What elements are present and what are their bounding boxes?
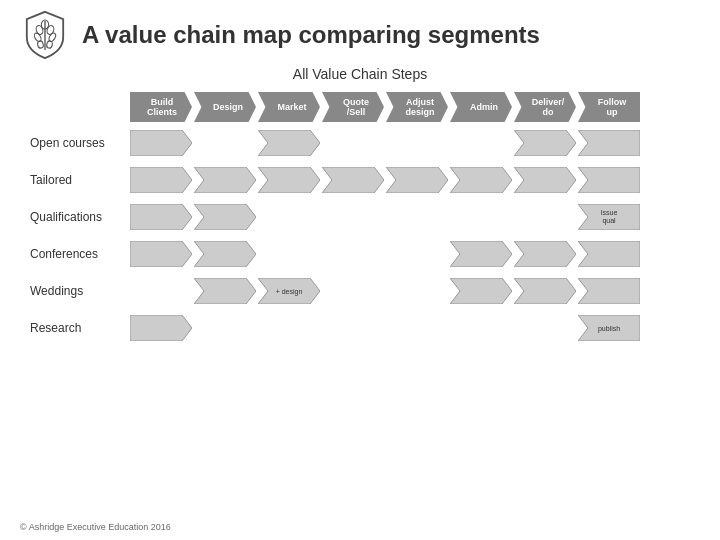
q-arrow-4-empty xyxy=(386,204,448,230)
t-arrow-1 xyxy=(194,167,256,193)
c-arrow-4-empty xyxy=(386,241,448,267)
c-arrow-1 xyxy=(194,241,256,267)
r-arrow-3-empty xyxy=(322,315,384,341)
r-arrow-1-empty xyxy=(194,315,256,341)
q-arrow-7-container: Issuequal xyxy=(578,204,640,230)
svg-marker-24 xyxy=(194,241,256,267)
logo-icon xyxy=(20,10,70,60)
label-research: Research xyxy=(30,321,130,335)
label-conferences: Conferences xyxy=(30,247,130,261)
svg-marker-26 xyxy=(514,241,576,267)
t-arrow-2 xyxy=(258,167,320,193)
column-headers: BuildClients Design Market Quote/Sell Ad… xyxy=(130,92,700,122)
svg-marker-10 xyxy=(514,130,576,156)
svg-marker-25 xyxy=(450,241,512,267)
w-arrow-4-empty xyxy=(386,278,448,304)
arrow-2 xyxy=(258,130,320,156)
svg-marker-9 xyxy=(258,130,320,156)
c-arrow-5 xyxy=(450,241,512,267)
arrow-7 xyxy=(578,130,640,156)
t-arrow-7 xyxy=(578,167,640,193)
footer-text: © Ashridge Executive Education 2016 xyxy=(20,522,171,532)
label-tailored: Tailored xyxy=(30,173,130,187)
t-arrow-3 xyxy=(322,167,384,193)
arrows-research: publish xyxy=(130,315,700,341)
q-arrow-6-empty xyxy=(514,204,576,230)
c-arrow-7 xyxy=(578,241,640,267)
r-arrow-6-empty xyxy=(514,315,576,341)
svg-marker-17 xyxy=(450,167,512,193)
svg-point-2 xyxy=(35,25,44,36)
row-conferences: Conferences xyxy=(30,237,700,271)
c-arrow-2-empty xyxy=(258,241,320,267)
svg-marker-28 xyxy=(194,278,256,304)
q-arrow-2-empty xyxy=(258,204,320,230)
svg-marker-20 xyxy=(130,204,192,230)
wedding-design-label: + design xyxy=(276,288,303,295)
col-header-5: Admin xyxy=(450,92,512,122)
svg-marker-33 xyxy=(130,315,192,341)
page-subtitle: All Value Chain Steps xyxy=(20,66,700,82)
t-arrow-0 xyxy=(130,167,192,193)
w-arrow-3-empty xyxy=(322,278,384,304)
q-arrow-5-empty xyxy=(450,204,512,230)
label-weddings: Weddings xyxy=(30,284,130,298)
q-arrow-0 xyxy=(130,204,192,230)
col-header-7: Followup xyxy=(578,92,640,122)
svg-marker-16 xyxy=(386,167,448,193)
row-tailored: Tailored xyxy=(30,163,700,197)
svg-point-7 xyxy=(46,40,53,48)
w-arrow-2-container: + design xyxy=(258,278,320,304)
arrows-qualifications: Issuequal xyxy=(130,204,700,230)
w-arrow-5 xyxy=(450,278,512,304)
col-header-6: Deliver/do xyxy=(514,92,576,122)
t-arrow-4 xyxy=(386,167,448,193)
arrows-tailored xyxy=(130,167,700,193)
c-arrow-3-empty xyxy=(322,241,384,267)
row-weddings: Weddings + design xyxy=(30,274,700,308)
svg-marker-27 xyxy=(578,241,640,267)
arrows-conferences xyxy=(130,241,700,267)
r-arrow-5-empty xyxy=(450,315,512,341)
research-publish-label: publish xyxy=(598,325,620,332)
w-arrow-0-empty xyxy=(130,278,192,304)
w-arrow-6 xyxy=(514,278,576,304)
qual-label: Issuequal xyxy=(601,209,618,224)
arrow-1-empty xyxy=(194,130,256,156)
svg-point-6 xyxy=(37,40,44,48)
row-qualifications: Qualifications Iss xyxy=(30,200,700,234)
label-qualifications: Qualifications xyxy=(30,210,130,224)
c-arrow-6 xyxy=(514,241,576,267)
col-header-3: Quote/Sell xyxy=(322,92,384,122)
svg-marker-23 xyxy=(130,241,192,267)
arrows-weddings: + design xyxy=(130,278,700,304)
col-header-1: Design xyxy=(194,92,256,122)
svg-marker-21 xyxy=(194,204,256,230)
arrow-0 xyxy=(130,130,192,156)
arrow-4-empty xyxy=(386,130,448,156)
value-chain-container: BuildClients Design Market Quote/Sell Ad… xyxy=(30,92,700,345)
svg-marker-31 xyxy=(514,278,576,304)
arrow-6 xyxy=(514,130,576,156)
t-arrow-6 xyxy=(514,167,576,193)
svg-marker-12 xyxy=(130,167,192,193)
r-arrow-2-empty xyxy=(258,315,320,341)
page-header: A value chain map comparing segments xyxy=(20,10,700,60)
arrow-5-empty xyxy=(450,130,512,156)
row-research: Research publish xyxy=(30,311,700,345)
col-header-2: Market xyxy=(258,92,320,122)
label-open-courses: Open courses xyxy=(30,136,130,150)
r-arrow-0 xyxy=(130,315,192,341)
q-arrow-3-empty xyxy=(322,204,384,230)
page-title: A value chain map comparing segments xyxy=(82,21,540,49)
r-arrow-7-container: publish xyxy=(578,315,640,341)
svg-marker-19 xyxy=(578,167,640,193)
page: A value chain map comparing segments All… xyxy=(0,0,720,540)
row-open-courses: Open courses xyxy=(30,126,700,160)
svg-marker-32 xyxy=(578,278,640,304)
svg-marker-8 xyxy=(130,130,192,156)
svg-marker-30 xyxy=(450,278,512,304)
svg-marker-11 xyxy=(578,130,640,156)
svg-marker-14 xyxy=(258,167,320,193)
svg-marker-15 xyxy=(322,167,384,193)
